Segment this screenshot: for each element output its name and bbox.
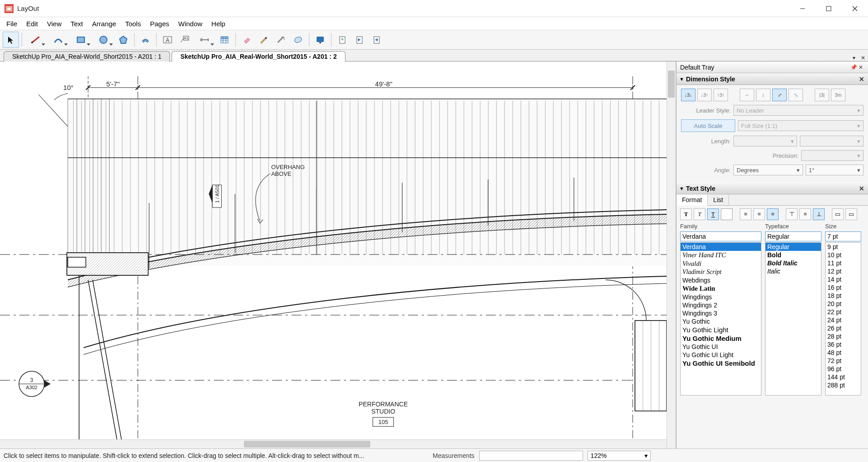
- dimension-tool[interactable]: [194, 32, 215, 48]
- size-item[interactable]: 36 pt: [826, 340, 861, 349]
- dim-text-center[interactable]: ↓3↑: [697, 89, 712, 101]
- size-input[interactable]: [825, 231, 861, 241]
- dim-align-v[interactable]: ↕: [756, 89, 770, 101]
- arc-tool[interactable]: [47, 32, 69, 48]
- underline-button[interactable]: T: [707, 208, 719, 220]
- panel-close-icon[interactable]: ✕: [858, 75, 865, 83]
- menu-pages[interactable]: Pages: [145, 19, 174, 28]
- family-item[interactable]: Wingdings 2: [681, 301, 761, 309]
- pin-icon[interactable]: 📌: [850, 64, 857, 71]
- vertical-scrollbar[interactable]: [667, 61, 676, 448]
- horizontal-scrollbar[interactable]: [0, 439, 667, 448]
- size-item[interactable]: 96 pt: [826, 365, 861, 373]
- align-left[interactable]: ≡: [740, 208, 751, 220]
- align-center[interactable]: ≡: [753, 208, 765, 220]
- text-tool[interactable]: A: [159, 32, 176, 48]
- typeface-item[interactable]: Regular: [765, 243, 821, 251]
- size-item[interactable]: 288 pt: [826, 381, 861, 389]
- valign-top[interactable]: ⊤: [786, 208, 798, 220]
- table-tool[interactable]: [216, 32, 233, 48]
- scale-select[interactable]: Full Size (1:1)▾: [738, 120, 863, 131]
- family-item[interactable]: Yu Gothic UI: [681, 343, 761, 351]
- dimension-style-header[interactable]: ▼ Dimension Style ✕: [677, 73, 868, 85]
- dim-text-above[interactable]: ↓3↓: [681, 89, 695, 101]
- dim-align-a[interactable]: ⤢: [772, 89, 787, 101]
- size-item[interactable]: 16 pt: [826, 283, 861, 292]
- family-item[interactable]: Wingdings 3: [681, 309, 761, 317]
- family-list[interactable]: VerdanaViner Hand ITCVivaldiVladimir Scr…: [680, 242, 761, 396]
- maximize-button[interactable]: [816, 0, 842, 17]
- text-style-header[interactable]: ▼ Text Style ✕: [677, 183, 868, 194]
- valign-bot[interactable]: ⊥: [813, 208, 825, 220]
- typeface-item[interactable]: Bold Italic: [765, 259, 821, 267]
- family-item[interactable]: Verdana: [681, 243, 761, 251]
- dim-align-p[interactable]: ⤡: [789, 89, 803, 101]
- label-tool[interactable]: A1: [177, 32, 193, 48]
- size-item[interactable]: 24 pt: [826, 316, 861, 324]
- italic-button[interactable]: T: [694, 208, 705, 220]
- add-page-button[interactable]: +: [334, 32, 350, 48]
- prev-page-button[interactable]: [351, 32, 368, 48]
- valign-mid[interactable]: ≡: [799, 208, 811, 220]
- tray-title-bar[interactable]: Default Tray 📌 ✕: [677, 61, 868, 73]
- offset-tool[interactable]: [137, 32, 154, 48]
- menu-tools[interactable]: Tools: [121, 19, 145, 28]
- menu-help[interactable]: Help: [207, 19, 230, 28]
- minimize-button[interactable]: [789, 0, 816, 17]
- line-tool[interactable]: [25, 32, 47, 48]
- color-button[interactable]: [721, 208, 733, 220]
- size-item[interactable]: 9 pt: [826, 243, 861, 251]
- eraser-tool[interactable]: [238, 32, 255, 48]
- size-item[interactable]: 11 pt: [826, 259, 861, 267]
- menu-file[interactable]: File: [2, 19, 22, 28]
- typeface-item[interactable]: Italic: [765, 267, 821, 275]
- size-item[interactable]: 12 pt: [826, 267, 861, 275]
- family-item[interactable]: Yu Gothic Light: [681, 325, 761, 334]
- family-item[interactable]: Yu Gothic: [681, 317, 761, 325]
- dim-align-h[interactable]: ↔: [740, 89, 754, 101]
- typeface-item[interactable]: Bold: [765, 251, 821, 259]
- size-item[interactable]: 22 pt: [826, 308, 861, 316]
- family-item[interactable]: Yu Gothic UI Semibold: [681, 359, 761, 368]
- family-item[interactable]: Viner Hand ITC: [681, 251, 761, 259]
- split-tool[interactable]: [273, 32, 289, 48]
- measurements-input[interactable]: [479, 451, 583, 461]
- dim-ext[interactable]: 3m: [831, 89, 845, 101]
- leader-select[interactable]: No Leader▾: [733, 105, 863, 116]
- dim-gap[interactable]: |3|: [815, 89, 829, 101]
- size-item[interactable]: 144 pt: [826, 373, 861, 381]
- drawing-canvas[interactable]: 10° 5'-7" 49'-8": [0, 61, 667, 448]
- family-item[interactable]: Yu Gothic UI Light: [681, 351, 761, 359]
- size-item[interactable]: 72 pt: [826, 357, 861, 365]
- rectangle-tool[interactable]: [70, 32, 92, 48]
- length-select[interactable]: ▾: [733, 136, 797, 146]
- document-tab-1[interactable]: SketchUp Pro_AIA_Real-World_Short2015 - …: [4, 51, 170, 61]
- family-item[interactable]: Vladimir Script: [681, 268, 761, 276]
- align-right[interactable]: ≡: [767, 208, 779, 220]
- family-item[interactable]: Vivaldi: [681, 259, 761, 268]
- menu-edit[interactable]: Edit: [22, 19, 42, 28]
- angle-prec-select[interactable]: 1°▾: [806, 165, 863, 175]
- size-list[interactable]: 9 pt10 pt11 pt12 pt14 pt16 pt18 pt20 pt2…: [825, 242, 861, 396]
- angle-unit-select[interactable]: Degrees▾: [733, 165, 803, 175]
- join-tool[interactable]: [290, 32, 306, 48]
- family-item[interactable]: Webdings: [681, 276, 761, 284]
- text-tab-format[interactable]: Format: [677, 194, 708, 206]
- dim-text-below[interactable]: ↑3↑: [714, 89, 728, 101]
- anchor-b[interactable]: ▭: [845, 208, 857, 220]
- size-item[interactable]: 18 pt: [826, 292, 861, 300]
- menu-window[interactable]: Window: [174, 19, 207, 28]
- size-item[interactable]: 26 pt: [826, 324, 861, 332]
- precision-select[interactable]: ▾: [801, 150, 863, 161]
- panel-close-icon[interactable]: ✕: [858, 185, 865, 192]
- polygon-tool[interactable]: [115, 32, 131, 48]
- family-item[interactable]: Wide Latin: [681, 284, 761, 293]
- style-tool[interactable]: [256, 32, 272, 48]
- next-page-button[interactable]: [369, 32, 385, 48]
- select-tool[interactable]: [3, 32, 19, 48]
- close-button[interactable]: [842, 0, 868, 17]
- bold-button[interactable]: T: [680, 208, 692, 220]
- menu-arrange[interactable]: Arrange: [88, 19, 121, 28]
- size-item[interactable]: 48 pt: [826, 349, 861, 357]
- anchor-a[interactable]: ▭: [832, 208, 844, 220]
